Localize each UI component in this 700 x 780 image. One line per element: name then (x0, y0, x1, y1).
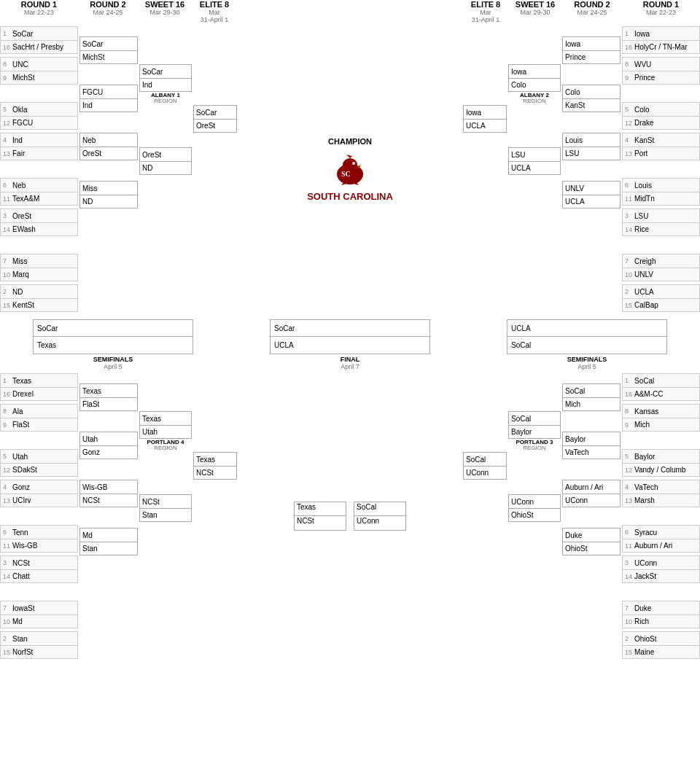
r1-right-match-7: 7Creigh 10UNLV (622, 254, 700, 281)
bot-r2-match-1: Texas FlaSt (79, 383, 138, 411)
final-team2: UCLA (271, 337, 429, 354)
semi-right-title: SEMIFINALS (567, 356, 607, 363)
bot-r1-match-8: 2Stan 15NorfSt (0, 631, 78, 659)
bot-right-r1: 1SoCal 16A&M-CC 8Kansas 9Mich 5Baylor (622, 373, 700, 659)
r2-right-match-3: Louis LSU (562, 133, 621, 160)
left-e8: SoCar OreSt (192, 26, 237, 312)
r1-match-7: 7 Miss 10 Marq (0, 254, 78, 281)
s16-right-match-2: LSU UCLA (508, 147, 561, 175)
r2-right-match-1: Iowa Prince (562, 36, 621, 64)
bot-r2-right-match-2: Baylor VaTech (562, 432, 621, 459)
bot-center-left-e8: Texas NCSt (294, 502, 346, 531)
bot-right-e8: SoCal UConn (463, 373, 508, 659)
bottom-bracket-row: 1Texas 16Drexel 8Ala 9FlaSt 5Utah (0, 373, 700, 659)
bot-r2-right-match-1: SoCal Mich (562, 383, 621, 411)
right-r1: 1Iowa 16HolyCr / TN-Mar 8WVU 9Prince 5Co… (622, 26, 700, 312)
r2-right-match-4: UNLV UCLA (562, 181, 621, 208)
semi-left-team1: SoCar (34, 320, 192, 337)
bot-r1-match-1: 1Texas 16Drexel (0, 373, 78, 401)
bot-left-e8: Texas NCSt (192, 373, 237, 659)
bot-r1-right-match-3: 5Baylor 12Vandy / Columb (622, 449, 700, 477)
bot-r1-match-3: 5Utah 12SDakSt (0, 449, 78, 477)
right-r2: Iowa Prince Colo KanSt Louis LSU UNLV UC… (562, 26, 622, 312)
semi-left-date: April 5 (104, 363, 122, 370)
champion-name: SOUTH CAROLINA (307, 191, 393, 202)
hdr-r1-left: ROUND 1 Mar 22-23 (0, 0, 78, 23)
r1-right-match-3: 5Colo 12Drake (622, 102, 700, 130)
r1-right-match-5: 6Louis 11MidTn (622, 178, 700, 206)
left-r2: SoCar MichSt FGCU Ind Neb OreSt Miss ND (78, 26, 138, 312)
hdr-center (237, 0, 463, 23)
bot-r1-right-match-7: 7Duke 10Rich (622, 601, 700, 628)
hdr-r2-left: ROUND 2 Mar 24-25 (78, 0, 138, 23)
bot-s16-right-match-1: SoCal Baylor (508, 411, 561, 439)
hdr-r2-right: ROUND 2 Mar 24-25 (562, 0, 622, 23)
svg-marker-2 (346, 155, 352, 158)
semi-right-team1: UCLA (508, 320, 666, 337)
final-title: FINAL (341, 356, 360, 363)
bot-center-e8: Texas NCSt SoCal UConn (294, 502, 406, 531)
hdr-e8-right: ELITE 8 Mar31-April 1 (463, 0, 508, 23)
right-s16: Iowa Colo ALBANY 2 REGION LSU UCLA (508, 26, 562, 312)
semi-right-team2: SoCal (508, 337, 666, 354)
s16-right-match-1: Iowa Colo (508, 64, 561, 92)
r2-right-match-2: Colo KanSt (562, 85, 621, 112)
r2-match-2: FGCU Ind (79, 85, 138, 112)
top-header: ROUND 1 Mar 22-23 ROUND 2 Mar 24-25 SWEE… (0, 0, 700, 23)
final-center: SoCar UCLA FINAL April 7 (226, 319, 474, 370)
semi-right-date: April 5 (578, 363, 596, 370)
bot-r1-right-match-2: 8Kansas 9Mich (622, 404, 700, 432)
bot-r1-match-7: 7IowaSt 10Md (0, 601, 78, 628)
bot-r1-right-match-4: 4VaTech 13Marsh (622, 480, 700, 507)
r2-match-4: Miss ND (79, 181, 138, 208)
right-e8: Iowa UCLA (463, 26, 508, 312)
semifinals-row: SoCar Texas SEMIFINALS April 5 SoCar UCL… (0, 319, 700, 370)
r1-right-match-8: 2UCLA 15CalBap (622, 284, 700, 312)
r1-right-match-1: 1Iowa 16HolyCr / TN-Mar (622, 26, 700, 54)
r2-match-3: Neb OreSt (79, 133, 138, 160)
bracket-wrapper: ROUND 1 Mar 22-23 ROUND 2 Mar 24-25 SWEE… (0, 0, 700, 659)
team-sachrt: 16 SacHrt / Presby (0, 40, 78, 54)
e8-match-left: SoCar OreSt (193, 105, 237, 133)
svg-point-3 (352, 162, 355, 165)
bot-center: Texas NCSt SoCal UConn (237, 373, 463, 659)
semi-left-title: SEMIFINALS (93, 356, 133, 363)
r2-match-1: SoCar MichSt (79, 36, 138, 64)
r1-match-3: 5 Okla 12 FGCU (0, 102, 78, 130)
center-area: CHAMPION SC SOUTH CAROLINA (237, 26, 463, 312)
final-date: April 7 (341, 363, 359, 370)
bot-r2-match-3: Wis-GB NCSt (79, 480, 138, 507)
bot-right-s16: SoCal Baylor PORTLAND 3 REGION UConn Ohi… (508, 373, 562, 659)
semi-right: UCLA SoCal SEMIFINALS April 5 (474, 319, 700, 370)
r1-match-2: 8 UNC 9 MichSt (0, 57, 78, 85)
r1-match-6: 3 OreSt 14 EWash (0, 208, 78, 236)
final-box: SoCar UCLA (270, 319, 430, 354)
bot-r2-right-match-3: Auburn / Ari UConn (562, 480, 621, 507)
bot-s16-match-1: Texas Utah (139, 411, 192, 439)
r1-match-1: 1 SoCar 16 SacHrt / Presby (0, 26, 78, 54)
hdr-e8-left: ELITE 8 Mar31-April 1 (192, 0, 237, 23)
bot-left-r1: 1Texas 16Drexel 8Ala 9FlaSt 5Utah (0, 373, 78, 659)
bot-right-r2: SoCal Mich Baylor VaTech Auburn / Ari UC… (562, 373, 622, 659)
e8-match-right: Iowa UCLA (463, 105, 507, 133)
bot-r1-match-2: 8Ala 9FlaSt (0, 404, 78, 432)
r1-right-match-2: 8WVU 9Prince (622, 57, 700, 85)
r1-right-match-6: 3LSU 14Rice (622, 208, 700, 236)
left-s16: SoCar Ind ALBANY 1 REGION OreSt ND (138, 26, 192, 312)
champion-label: CHAMPION (328, 137, 372, 146)
hdr-r1-right: ROUND 1 Mar 22-23 (622, 0, 700, 23)
bot-left-r2: Texas FlaSt Utah Gonz Wis-GB NCSt Md Sta… (78, 373, 138, 659)
final-team1: SoCar (271, 320, 429, 337)
top-bracket-row: 1 SoCar 16 SacHrt / Presby 8 UNC 9 MichS… (0, 26, 700, 312)
svg-text:SC: SC (341, 170, 351, 178)
hdr-s16-left: SWEET 16 Mar 29-30 (138, 0, 192, 23)
hdr-s16-right: SWEET 16 Mar 29-30 (508, 0, 562, 23)
s16-match-1: SoCar Ind (139, 64, 192, 92)
r1-match-8: 2 ND 15 KentSt (0, 284, 78, 312)
semi-left-team2: Texas (34, 337, 192, 354)
champion-logo: SC (330, 149, 370, 189)
bot-r1-match-5: 6Tenn 11Wis-GB (0, 525, 78, 553)
r1-match-4: 4 Ind 13 Fair (0, 133, 78, 160)
r1-match-5: 6 Neb 11 TexA&M (0, 178, 78, 206)
bot-r1-match-6: 3NCSt 14Chatt (0, 555, 78, 583)
